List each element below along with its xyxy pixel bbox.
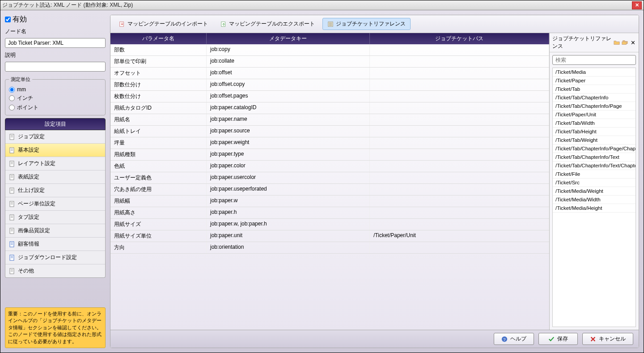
cancel-button[interactable]: キャンセル xyxy=(582,333,633,345)
description-label: 説明 xyxy=(5,51,106,59)
table-row[interactable]: オフセットjob:offset xyxy=(110,68,549,79)
sidebar-item-7[interactable]: 画像品質設定 xyxy=(5,224,105,238)
sidebar-item-2[interactable]: レイアウト設定 xyxy=(5,157,105,170)
table-row[interactable]: ユーザー定義色job:paper.usercolor xyxy=(110,172,549,184)
table-row[interactable]: 穴あき紙の使用job:paper.useperforated xyxy=(110,184,549,196)
sidebar-item-3[interactable]: 表紙設定 xyxy=(5,170,105,184)
table-row[interactable]: 方向job:orientation xyxy=(110,242,549,254)
table-row[interactable]: 用紙カタログIDjob:paper.catalogID xyxy=(110,102,549,114)
sidebar-item-9[interactable]: ジョブダウンロード設定 xyxy=(5,251,105,264)
cell-key: job:paper.catalogID xyxy=(207,102,370,114)
cell-key: job:paper.unit xyxy=(207,230,370,242)
sidebar-item-1[interactable]: 基本設定 xyxy=(5,144,105,157)
import-mapping-button[interactable]: マッピングテーブルのインポート xyxy=(114,18,213,30)
cell-param: 部単位で印刷 xyxy=(110,56,207,67)
table-row[interactable]: 色紙job:paper.color xyxy=(110,161,549,172)
cell-path xyxy=(370,184,549,195)
table-body: 部数job:copy部単位で印刷job:collateオフセットjob:offs… xyxy=(110,44,549,254)
export-mapping-button[interactable]: マッピングテーブルのエクスポート xyxy=(216,18,320,30)
unit-point-radio[interactable] xyxy=(9,105,15,111)
cell-path xyxy=(370,137,549,149)
reference-label: ジョブチケットリファレンス xyxy=(336,20,406,28)
reference-list[interactable]: /Ticket/Media/Ticket/Paper/Ticket/Tab/Ti… xyxy=(552,68,636,327)
cell-key: job:paper.w xyxy=(207,196,370,207)
sidebar-item-8[interactable]: 顧客情報 xyxy=(5,238,105,251)
reference-item[interactable]: /Ticket/Tab/ChapterInfo xyxy=(553,94,636,102)
unit-mm-radio[interactable] xyxy=(9,87,15,93)
nodename-input[interactable] xyxy=(5,38,106,48)
reference-header: ジョブチケットリファレンス ✕ xyxy=(550,33,639,52)
save-button[interactable]: 保存 xyxy=(538,333,578,345)
table-row[interactable]: 部数仕分けjob:offset.copy xyxy=(110,79,549,91)
reference-item[interactable]: /Ticket/Tab/Width xyxy=(553,119,636,128)
units-fieldset: 測定単位 mm インチ ポイント xyxy=(5,76,106,115)
table-row[interactable]: 枚数仕分けjob:offset.pages xyxy=(110,91,549,102)
nodename-label: ノード名 xyxy=(5,28,106,35)
unit-mm-label: mm xyxy=(17,86,26,93)
sidebar-item-4[interactable]: 仕上げ設定 xyxy=(5,184,105,197)
help-button[interactable]: ? ヘルプ xyxy=(494,333,534,345)
table-row[interactable]: 用紙名job:paper.name xyxy=(110,114,549,126)
description-input[interactable] xyxy=(5,62,106,72)
reference-item[interactable]: /Ticket/Media/Height xyxy=(553,204,636,213)
enabled-label: 有効 xyxy=(13,15,27,24)
cell-path xyxy=(370,196,549,207)
reference-item[interactable]: /Ticket/Media/Width xyxy=(553,196,636,204)
unit-inch-radio[interactable] xyxy=(9,95,15,101)
reference-item[interactable]: /Ticket/Paper xyxy=(553,77,636,85)
close-panel-icon[interactable]: ✕ xyxy=(630,39,636,46)
page-icon xyxy=(9,214,15,221)
sidebar-item-label: 顧客情報 xyxy=(18,240,39,248)
title-bar: ジョブチケット読込: XML ノード (動作対象: XML, Zip) ✕ xyxy=(0,0,644,10)
page-icon xyxy=(9,241,15,247)
reference-item[interactable]: /Ticket/Tab/ChapterInfo/Page xyxy=(553,102,636,111)
reference-item[interactable]: /Ticket/Media xyxy=(553,68,636,77)
cell-param: 用紙幅 xyxy=(110,196,207,207)
reference-item[interactable]: /Ticket/Tab/ChapterInfo/Text/Chapter xyxy=(553,162,636,170)
reference-item[interactable]: /Ticket/Tab/Weight xyxy=(553,136,636,145)
table-row[interactable]: 坪量job:paper.weight xyxy=(110,137,549,149)
table-row[interactable]: 給紙トレイjob:paper.source xyxy=(110,126,549,137)
table-row[interactable]: 用紙サイズ単位job:paper.unit/Ticket/Paper/Unit xyxy=(110,230,549,242)
cell-key: job:paper.name xyxy=(207,114,370,125)
table-wrap: パラメータ名 メタデータキー ジョブチケットパス 部数job:copy部単位で印… xyxy=(110,33,639,330)
table-row[interactable]: 用紙幅job:paper.w xyxy=(110,196,549,207)
reference-item[interactable]: /Ticket/File xyxy=(553,170,636,179)
svg-text:?: ? xyxy=(503,336,505,341)
table-row[interactable]: 用紙高さjob:paper.h xyxy=(110,207,549,219)
page-icon xyxy=(9,134,15,140)
sidebar-item-label: ジョブ設定 xyxy=(18,133,45,140)
reference-search-input[interactable] xyxy=(552,55,636,65)
sidebar-item-6[interactable]: タブ設定 xyxy=(5,211,105,224)
cell-param: 部数 xyxy=(110,44,207,55)
export-icon xyxy=(220,21,227,27)
reference-item[interactable]: /Ticket/Tab xyxy=(553,85,636,94)
reference-item[interactable]: /Ticket/Media/Weight xyxy=(553,187,636,196)
reference-item[interactable]: /Ticket/Src xyxy=(553,179,636,187)
cell-key: job:copy xyxy=(207,44,370,55)
table-row[interactable]: 用紙サイズjob:paper.w, job:paper.h xyxy=(110,219,549,230)
cell-key: job:paper.source xyxy=(207,126,370,137)
close-button[interactable]: ✕ xyxy=(632,1,642,9)
enabled-checkbox[interactable] xyxy=(5,17,11,22)
help-icon: ? xyxy=(501,336,508,342)
sidebar-item-0[interactable]: ジョブ設定 xyxy=(5,130,105,144)
reference-toggle-button[interactable]: ジョブチケットリファレンス xyxy=(322,18,411,30)
window-title: ジョブチケット読込: XML ノード (動作対象: XML, Zip) xyxy=(2,1,632,9)
reference-item[interactable]: /Ticket/Tab/ChapterInfo/Text xyxy=(553,153,636,162)
reference-item[interactable]: /Ticket/Tab/Height xyxy=(553,128,636,136)
sidebar-item-5[interactable]: ページ単位設定 xyxy=(5,197,105,211)
folder-open-icon[interactable] xyxy=(614,39,620,46)
cell-path xyxy=(370,44,549,55)
reference-item[interactable]: /Ticket/Paper/Unit xyxy=(553,111,636,119)
table-row[interactable]: 部数job:copy xyxy=(110,44,549,56)
page-icon xyxy=(9,174,15,180)
folder-copy-icon[interactable] xyxy=(622,39,628,46)
cell-param: 用紙サイズ xyxy=(110,219,207,230)
table-row[interactable]: 部単位で印刷job:collate xyxy=(110,56,549,68)
reference-item[interactable]: /Ticket/Tab/ChapterInfo/Page/Chapter xyxy=(553,145,636,153)
book-icon xyxy=(327,21,334,27)
table-row[interactable]: 用紙種類job:paper.type xyxy=(110,149,549,161)
save-label: 保存 xyxy=(557,335,568,343)
sidebar-item-10[interactable]: その他 xyxy=(5,264,105,277)
